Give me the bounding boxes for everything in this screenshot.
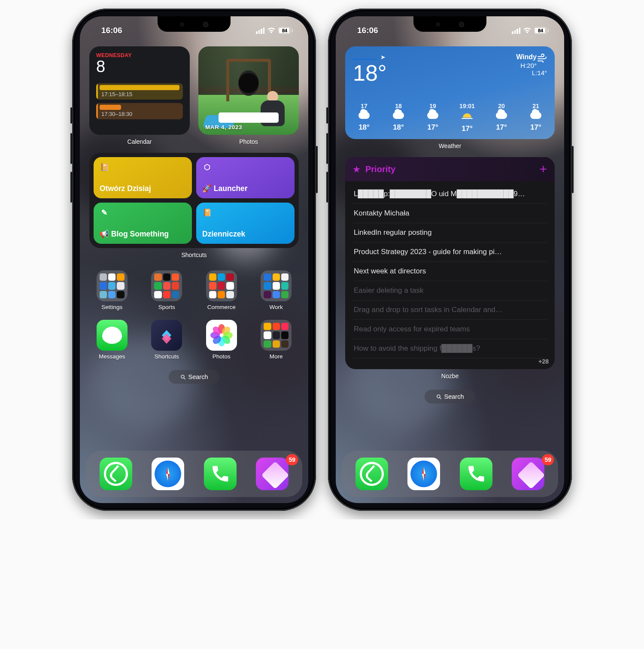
nozbe-app[interactable] <box>256 458 289 490</box>
svg-marker-17 <box>422 474 424 481</box>
calendar-widget[interactable]: WEDNESDAY 8 17:15–18:15 17:30–18:30 <box>89 46 190 135</box>
shortcut-icon: ✎ <box>100 208 109 217</box>
spotlight-search[interactable]: Search <box>169 370 219 384</box>
nozbe-task[interactable]: Drag and drop to sort tasks in Calendar … <box>353 300 547 320</box>
shortcut-label: 📢 Blog Something <box>100 230 186 239</box>
shortcut-icon: 📔 <box>202 208 212 217</box>
shortcuts-app[interactable] <box>151 320 182 351</box>
safari-app[interactable] <box>152 458 184 490</box>
nozbe-widget[interactable]: ★ Priority + L█████p:████████O uid M████… <box>345 157 555 369</box>
svg-marker-12 <box>166 474 168 481</box>
folder-more[interactable] <box>261 320 292 351</box>
weather-temp: 18° <box>353 62 387 84</box>
shortcut-icon: ⬡ <box>202 162 212 172</box>
folder-label: Work <box>270 304 283 310</box>
weather-hourly: 1718° 1818° 1917° 19:0117° 2017° 2117° <box>353 103 547 133</box>
nozbe-task[interactable]: LinkedIn regular posting <box>353 223 547 243</box>
nozbe-more-count[interactable]: +28 <box>538 358 549 365</box>
shortcut-0[interactable]: 📔 Otwórz Dzisiaj <box>94 157 192 198</box>
weather-hour: 19:0117° <box>456 103 478 133</box>
photos-widget[interactable]: MAR 4, 2023 <box>198 46 299 135</box>
calendar-event-2[interactable]: 17:30–18:30 <box>96 103 183 119</box>
badge: 59 <box>542 454 554 465</box>
folder-label: Commerce <box>207 304 236 310</box>
phone-app[interactable] <box>460 458 492 490</box>
folder-work[interactable] <box>261 270 292 301</box>
nozbe-title: Priority <box>365 164 395 174</box>
wifi-icon <box>267 27 276 34</box>
nozbe-task[interactable]: How to avoid the shipping f██████s? <box>353 339 547 358</box>
nozbe-task[interactable]: Read only access for expired teams <box>353 320 547 339</box>
wind-icon <box>537 53 547 63</box>
calendar-widget-label: Calendar <box>89 138 190 145</box>
photos-widget-label: Photos <box>198 138 299 145</box>
nozbe-task[interactable]: Next week at directors <box>353 262 547 281</box>
shortcut-label: Otwórz Dzisiaj <box>100 184 186 193</box>
nozbe-task[interactable]: L█████p:████████O uid M███████████9… <box>353 185 547 204</box>
svg-marker-16 <box>424 467 425 474</box>
wifi-icon <box>523 27 532 34</box>
photos-widget-date: MAR 4, 2023 <box>205 124 242 130</box>
battery-icon: 84 <box>534 27 549 34</box>
status-time: 16:06 <box>349 26 378 35</box>
weather-location-redacted <box>353 59 376 60</box>
shortcut-3[interactable]: 📔 Dzienniczek <box>196 203 295 244</box>
dock: 59 <box>342 451 558 497</box>
nozbe-task[interactable]: Kontakty Michała <box>353 204 547 223</box>
notch <box>158 16 231 32</box>
folder-commerce[interactable] <box>206 270 237 301</box>
calendar-event-1[interactable]: 17:15–18:15 <box>96 83 183 100</box>
weather-hour: 1718° <box>353 103 375 133</box>
location-arrow-icon: ➤ <box>380 54 386 61</box>
safari-app[interactable] <box>407 458 440 490</box>
search-icon <box>180 374 186 380</box>
badge: 59 <box>286 454 298 465</box>
svg-line-14 <box>440 397 441 399</box>
weather-widget[interactable]: ➤ 18° Windy H:20° L:14° 1718° 1818° <box>345 46 555 139</box>
nozbe-task[interactable]: Product Strategy 2023 - guide for making… <box>353 243 547 262</box>
folder-label: Settings <box>101 304 122 310</box>
whatsapp-app[interactable] <box>355 458 388 490</box>
messages-app[interactable] <box>97 320 128 351</box>
shortcut-icon: 📔 <box>100 162 109 172</box>
dock: 59 <box>86 451 302 497</box>
spotlight-search[interactable]: Search <box>425 390 475 403</box>
weather-hour: 1818° <box>387 103 410 133</box>
folder-label: Sports <box>158 304 175 310</box>
shortcuts-widget[interactable]: 📔 Otwórz Dzisiaj ⬡ 🚀 Launcher ✎ 📢 Blog S… <box>89 153 299 248</box>
notch <box>413 16 486 32</box>
status-time: 16:06 <box>94 26 122 35</box>
shortcut-label: 🚀 Launcher <box>202 184 289 193</box>
phone-right: 16:06 84 ➤ 18° <box>328 9 572 511</box>
calendar-day-of-week: WEDNESDAY <box>96 52 183 58</box>
nozbe-task[interactable]: Easier deleting a task <box>353 281 547 300</box>
photos-app[interactable] <box>206 320 237 351</box>
phone-left: 16:06 84 WEDNESDAY 8 <box>72 9 316 511</box>
nozbe-widget-label: Nozbe <box>345 373 555 379</box>
phone-app[interactable] <box>204 458 237 490</box>
star-icon: ★ <box>353 164 360 174</box>
battery-icon: 84 <box>278 27 293 34</box>
shortcuts-widget-label: Shortcuts <box>89 252 299 258</box>
folder-settings[interactable] <box>97 270 128 301</box>
shortcut-1[interactable]: ⬡ 🚀 Launcher <box>196 157 295 198</box>
svg-marker-11 <box>168 467 170 474</box>
shortcut-2[interactable]: ✎ 📢 Blog Something <box>94 203 192 244</box>
search-icon <box>436 394 442 400</box>
weather-widget-label: Weather <box>345 143 555 149</box>
whatsapp-app[interactable] <box>100 458 132 490</box>
svg-line-9 <box>184 378 185 379</box>
nozbe-app[interactable] <box>512 458 544 490</box>
weather-hour: 2017° <box>490 103 513 133</box>
cellular-icon <box>256 27 264 34</box>
cellular-icon <box>512 27 520 34</box>
shortcut-label: Dzienniczek <box>202 230 289 239</box>
weather-hour: 1917° <box>422 103 444 133</box>
folder-sports[interactable] <box>151 270 182 301</box>
calendar-day-number: 8 <box>96 58 183 75</box>
weather-hour: 2117° <box>525 103 547 133</box>
